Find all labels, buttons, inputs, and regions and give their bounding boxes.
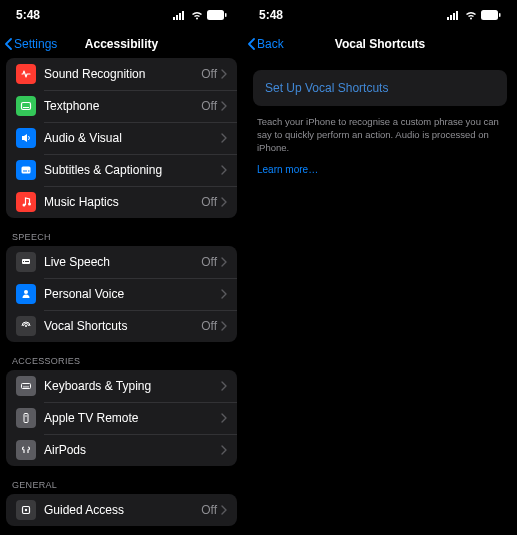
row-vocal-shortcuts[interactable]: Vocal ShortcutsOff (6, 310, 237, 342)
status-time: 5:48 (16, 8, 40, 22)
signal-icon (173, 11, 187, 20)
row-label: AirPods (44, 443, 221, 457)
chevron-right-icon (221, 165, 227, 175)
svg-point-16 (24, 290, 28, 294)
row-audio-visual[interactable]: Audio & Visual (6, 122, 237, 154)
row-keyboards-typing[interactable]: Keyboards & Typing (6, 370, 237, 402)
back-button[interactable]: Settings (4, 37, 57, 51)
page-title: Accessibility (85, 37, 158, 51)
setup-vocal-shortcuts-button[interactable]: Set Up Vocal Shortcuts (253, 70, 507, 106)
chevron-right-icon (221, 445, 227, 455)
chevron-right-icon (221, 197, 227, 207)
svg-point-17 (25, 325, 27, 327)
svg-point-23 (25, 509, 27, 511)
row-value: Off (201, 195, 217, 209)
row-value: Off (201, 255, 217, 269)
back-label: Back (257, 37, 284, 51)
textphone-icon (16, 96, 36, 116)
status-bar-right: 5:48 (243, 6, 517, 24)
vocal-shortcuts-screen: 5:48 Back Vocal Shortcuts Set Up Vocal S… (243, 0, 517, 535)
nav-bar-left: Settings Accessibility (0, 30, 243, 58)
audio-visual-icon (16, 128, 36, 148)
svg-rect-25 (450, 15, 452, 20)
keyboard-icon (16, 376, 36, 396)
row-guided-access[interactable]: Guided AccessOff (6, 494, 237, 526)
status-time: 5:48 (259, 8, 283, 22)
row-airpods[interactable]: AirPods (6, 434, 237, 466)
live-speech-icon (16, 252, 36, 272)
row-value: Off (201, 319, 217, 333)
status-icons (447, 10, 501, 20)
svg-rect-29 (499, 13, 501, 17)
row-label: Guided Access (44, 503, 201, 517)
svg-rect-20 (24, 414, 28, 423)
row-label: Keyboards & Typing (44, 379, 221, 393)
back-button[interactable]: Back (247, 37, 284, 51)
row-label: Subtitles & Captioning (44, 163, 221, 177)
battery-icon (207, 10, 227, 20)
learn-more-link[interactable]: Learn more… (243, 154, 332, 185)
svg-rect-19 (23, 387, 29, 388)
row-label: Sound Recognition (44, 67, 201, 81)
svg-rect-15 (25, 261, 29, 262)
back-label: Settings (14, 37, 57, 51)
accessibility-screen: 5:48 Settings Accessibility Sound Recogn… (0, 0, 243, 535)
wifi-icon (465, 11, 477, 20)
helper-text: Teach your iPhone to recognise a custom … (243, 112, 517, 154)
section-header: ACCESSORIES (0, 342, 243, 370)
svg-rect-3 (182, 11, 184, 20)
settings-group: Live SpeechOffPersonal VoiceVocal Shortc… (6, 246, 237, 342)
svg-rect-5 (225, 13, 227, 17)
row-apple-tv-remote[interactable]: Apple TV Remote (6, 402, 237, 434)
section-header: GENERAL (0, 466, 243, 494)
personal-voice-icon (16, 284, 36, 304)
vocal-shortcuts-icon (16, 316, 36, 336)
svg-rect-24 (447, 17, 449, 20)
svg-rect-9 (23, 171, 27, 172)
svg-rect-8 (22, 167, 31, 174)
svg-rect-1 (176, 15, 178, 20)
status-bar-left: 5:48 (0, 6, 243, 24)
svg-rect-18 (22, 384, 31, 389)
svg-point-12 (28, 203, 31, 206)
svg-rect-7 (23, 107, 29, 108)
chevron-right-icon (221, 101, 227, 111)
row-personal-voice[interactable]: Personal Voice (6, 278, 237, 310)
row-label: Vocal Shortcuts (44, 319, 201, 333)
left-scroll[interactable]: Sound RecognitionOffTextphoneOffAudio & … (0, 58, 243, 535)
row-label: Personal Voice (44, 287, 221, 301)
row-label: Apple TV Remote (44, 411, 221, 425)
setup-label: Set Up Vocal Shortcuts (265, 81, 388, 95)
settings-group: Sound RecognitionOffTextphoneOffAudio & … (6, 58, 237, 218)
svg-rect-27 (456, 11, 458, 20)
row-live-speech[interactable]: Live SpeechOff (6, 246, 237, 278)
chevron-left-icon (247, 38, 255, 50)
page-title: Vocal Shortcuts (335, 37, 425, 51)
row-value: Off (201, 67, 217, 81)
chevron-right-icon (221, 413, 227, 423)
svg-rect-26 (453, 13, 455, 20)
guided-access-icon (16, 500, 36, 520)
chevron-right-icon (221, 69, 227, 79)
row-textphone[interactable]: TextphoneOff (6, 90, 237, 122)
row-sound-recognition[interactable]: Sound RecognitionOff (6, 58, 237, 90)
airpods-icon (16, 440, 36, 460)
tv-remote-icon (16, 408, 36, 428)
subtitles-icon (16, 160, 36, 180)
wifi-icon (191, 11, 203, 20)
chevron-right-icon (221, 321, 227, 331)
row-subtitles[interactable]: Subtitles & Captioning (6, 154, 237, 186)
svg-rect-0 (173, 17, 175, 20)
svg-point-21 (25, 415, 27, 417)
status-icons (173, 10, 227, 20)
chevron-right-icon (221, 289, 227, 299)
nav-bar-right: Back Vocal Shortcuts (243, 30, 517, 58)
setup-group: Set Up Vocal Shortcuts (253, 70, 507, 106)
chevron-right-icon (221, 381, 227, 391)
row-music-haptics[interactable]: Music HapticsOff (6, 186, 237, 218)
svg-rect-6 (22, 103, 31, 110)
section-header: SPEECH (0, 218, 243, 246)
chevron-left-icon (4, 38, 12, 50)
row-label: Live Speech (44, 255, 201, 269)
sound-recognition-icon (16, 64, 36, 84)
